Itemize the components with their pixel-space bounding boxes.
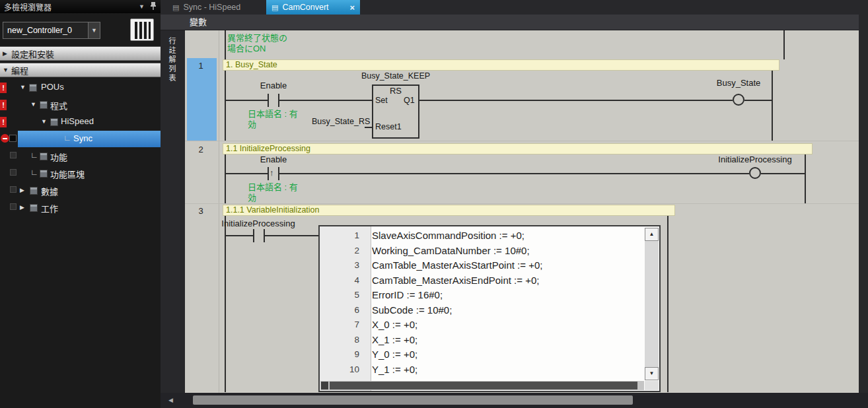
st-line[interactable]: 9Y_0 := +0; [320, 347, 643, 362]
st-line[interactable]: 7X_0 := +0; [320, 318, 643, 333]
scroll-left-icon[interactable]: ◀ [168, 397, 173, 403]
st-line-number: 6 [320, 303, 366, 318]
tree-item-hispeed[interactable]: ▼ HiSpeed [0, 114, 161, 131]
chevron-right-icon[interactable]: ▶ [20, 204, 24, 211]
rung-number[interactable]: 3 [185, 206, 217, 216]
st-line[interactable]: 4CamTable_MasterAxisEndPoint := +0; [320, 273, 643, 289]
st-line[interactable]: 10Y_1 := +0; [320, 362, 643, 378]
contact-enable-rising[interactable] [268, 167, 269, 180]
section-configuration-setup[interactable]: ▶ 設定和安裝 [0, 46, 161, 61]
tab-camconvert[interactable]: ▤ CamConvert × [266, 0, 360, 15]
section-programming[interactable]: ▼ 編程 [0, 63, 161, 77]
coil-initialize-processing[interactable] [749, 167, 761, 179]
rung-number[interactable]: 2 [185, 145, 217, 154]
reset-variable-label[interactable]: Busy_State_RS [312, 117, 370, 126]
contact-initialize-processing[interactable] [253, 229, 254, 242]
st-code: Working_CamDataNumber := 10#0; [366, 244, 530, 259]
controller-select-value: new_Controller_0 [3, 26, 88, 35]
line-comment-rail-label[interactable]: 行註解列表 [166, 37, 177, 83]
chevron-right-icon[interactable]: ▶ [20, 187, 24, 193]
tree-item-functions[interactable]: ∟ 功能 [0, 148, 161, 165]
power-rail [225, 216, 226, 392]
close-icon[interactable]: × [349, 3, 360, 13]
right-scroll-strip: ▶ [859, 15, 868, 408]
wire [744, 100, 772, 101]
tree-item-label: 功能 [50, 151, 67, 163]
contact-jp-comment: 日本語名 : 有 効 [248, 109, 298, 130]
chevron-down-icon[interactable]: ▼ [30, 101, 36, 108]
power-rail [225, 71, 226, 141]
folder-icon [29, 84, 37, 92]
chevron-right-icon: ▶ [3, 50, 7, 57]
wire [365, 127, 372, 128]
program-tab-icon: ▤ [172, 3, 179, 12]
st-line-number: 9 [320, 347, 366, 362]
coil-busy-state[interactable] [733, 94, 744, 106]
st-horizontal-scrollbar[interactable] [320, 381, 644, 390]
tab-sync-hispeed[interactable]: ▤ Sync - HiSpeed [167, 0, 265, 15]
st-line-number: 3 [320, 258, 366, 273]
st-line[interactable]: 2Working_CamDataNumber := 10#0; [320, 244, 643, 259]
st-line[interactable]: 1SlaveAxisCommandPosition := +0; [320, 228, 643, 244]
pin-reset1: Reset1 [375, 122, 402, 131]
variables-bar[interactable]: 變數 [161, 15, 868, 30]
rung-comment[interactable]: 1.1 InitializeProcessing [223, 143, 813, 154]
rung-comment[interactable]: 1. Busy_State [223, 59, 779, 71]
wire [419, 100, 733, 101]
controller-select[interactable]: new_Controller_0 ▼ [3, 22, 100, 39]
contact-label: Enable [250, 81, 297, 90]
rung-comment-jp: 異常終了状態の 場合にON [227, 33, 287, 54]
st-vertical-scrollbar[interactable]: ▲ ▼ [645, 228, 659, 380]
sysmac-studio-window: 多檢視瀏覽器 ▼ new_Controller_0 ▼ ▶ 設定和安裝 ▼ 編程… [0, 0, 868, 408]
tree-item-tasks[interactable]: ▶ 工作 [0, 199, 161, 217]
chevron-down-icon[interactable]: ▼ [41, 118, 47, 125]
st-line[interactable]: 8X_1 := +0; [320, 333, 643, 348]
scroll-down-icon[interactable]: ▼ [645, 367, 659, 380]
branch-icon: ∟ [63, 133, 71, 143]
st-line[interactable]: 3CamTable_MasterAxisStartPoint := +0; [320, 258, 643, 273]
power-rail [805, 154, 806, 203]
tree-item-programs[interactable]: ▼ 程式 [0, 96, 161, 114]
scroll-up-icon[interactable]: ▲ [645, 228, 659, 241]
wire [279, 173, 749, 174]
tree-item-sync[interactable]: ∟ Sync [18, 131, 161, 147]
power-rail [667, 216, 669, 392]
rising-edge-icon: ↑ [270, 168, 274, 178]
tree-item-function-blocks[interactable]: ∟ 功能區塊 [0, 165, 161, 182]
rung-number[interactable]: 1 [185, 61, 217, 71]
editor-horizontal-scrollbar[interactable]: ◀ [161, 393, 868, 408]
pin-icon[interactable] [150, 2, 157, 11]
st-line-number: 10 [320, 362, 366, 378]
scrollbar-block[interactable] [321, 382, 328, 390]
chevron-down-icon[interactable]: ▼ [139, 3, 145, 10]
explorer-title-bar: 多檢視瀏覽器 ▼ [0, 0, 161, 13]
contact-enable[interactable] [268, 94, 269, 107]
contact-label: InitializeProcessing [215, 219, 302, 228]
pin-set: Set [375, 96, 388, 105]
wire [225, 100, 268, 101]
inline-st-editor[interactable]: 1SlaveAxisCommandPosition := +0; 2Workin… [318, 225, 661, 392]
chevron-down-icon[interactable]: ▼ [20, 84, 26, 90]
rung-comment[interactable]: 1.1.1 VariableInitialization [223, 205, 675, 216]
program-state-icon [9, 135, 17, 142]
tree-item-data[interactable]: ▶ 數據 [0, 182, 161, 199]
power-rail [225, 154, 226, 203]
wire [279, 100, 372, 101]
scrollbar-thumb[interactable] [330, 382, 637, 390]
tree-item-label: 程式 [50, 99, 67, 112]
st-line-number: 8 [320, 333, 366, 348]
tree-item-label: 功能區塊 [50, 168, 85, 180]
rung-separator [185, 203, 859, 204]
st-line[interactable]: 6SubCode := 10#0; [320, 303, 643, 318]
scrollbar-thumb[interactable] [193, 395, 633, 405]
program-tab-icon: ▤ [271, 3, 278, 12]
tree-item-pous[interactable]: ▼ POUs [0, 79, 161, 96]
st-code: Y_0 := +0; [366, 347, 417, 362]
st-code-lines[interactable]: 1SlaveAxisCommandPosition := +0; 2Workin… [320, 228, 643, 377]
pin-q1: Q1 [404, 96, 415, 105]
ladder-editor[interactable]: 異常終了状態の 場合にON 1 1. Busy_State Enable 日本語… [185, 30, 859, 393]
wire [225, 173, 268, 174]
rung-separator [185, 141, 859, 141]
chevron-down-icon[interactable]: ▼ [88, 22, 100, 38]
st-line[interactable]: 5ErrorID := 16#0; [320, 288, 643, 303]
